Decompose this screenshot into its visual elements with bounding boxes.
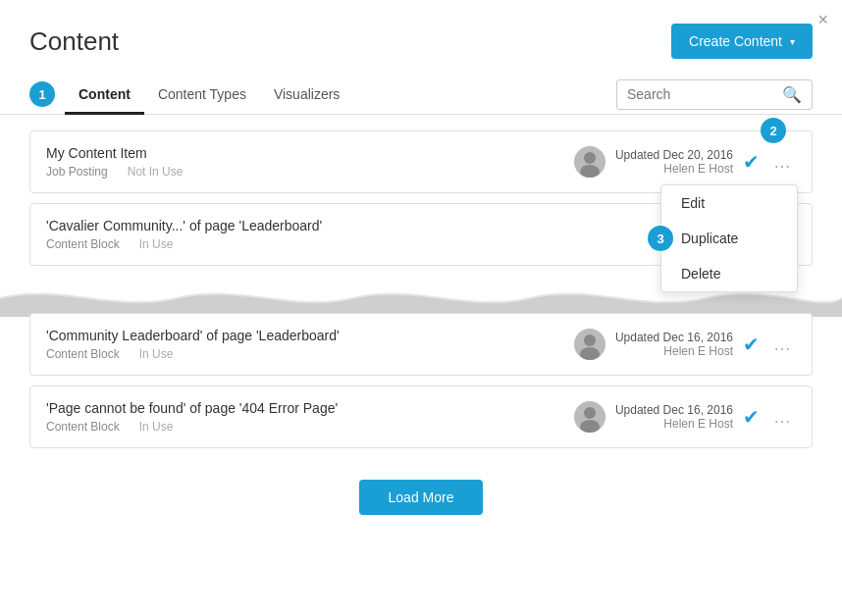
item-type: Content Block	[46, 237, 120, 251]
item-type: Content Block	[46, 420, 120, 434]
edit-menu-item[interactable]: Edit	[661, 185, 797, 221]
item-type: Job Posting	[46, 165, 108, 179]
item-status: In Use	[139, 237, 174, 251]
updated-date: Updated Dec 16, 2016	[615, 331, 733, 344]
item-status: In Use	[139, 420, 174, 434]
item-right: Updated Dec 20, 2016 Helen E Host ✔ …	[574, 146, 796, 178]
list-item: 'Community Leaderboard' of page 'Leaderb…	[29, 313, 813, 376]
item-info: My Content Item Job Posting Not In Use	[46, 145, 574, 179]
page-title: Content	[29, 26, 119, 57]
delete-menu-item[interactable]: Delete	[661, 256, 797, 291]
create-content-button[interactable]: Create Content ▾	[671, 24, 813, 59]
avatar	[574, 329, 605, 360]
item-status: Not In Use	[128, 165, 184, 179]
item-meta: Content Block In Use	[46, 420, 574, 434]
updated-date: Updated Dec 16, 2016	[615, 403, 733, 417]
item-title: 'Cavalier Community...' of page 'Leaderb…	[46, 218, 723, 233]
item-right: Updated Dec 16, 2016 Helen E Host ✔ …	[574, 401, 796, 433]
load-more-button[interactable]: Load More	[359, 480, 484, 515]
avatar	[574, 401, 605, 433]
item-info: 'Page cannot be found' of page '404 Erro…	[46, 400, 574, 434]
list-item: 'Page cannot be found' of page '404 Erro…	[29, 385, 813, 448]
check-icon: ✔	[743, 150, 760, 174]
search-wrapper[interactable]: 🔍	[616, 79, 813, 110]
step-badge-3: 3	[648, 226, 673, 251]
step-badge-2: 2	[761, 118, 786, 143]
tabs-row: 1 Content Content Types Visualizers 🔍	[0, 75, 842, 115]
more-options-button[interactable]: …	[769, 150, 796, 175]
check-icon: ✔	[743, 405, 760, 429]
load-more-row: Load More	[0, 464, 842, 531]
svg-point-10	[584, 407, 596, 419]
chevron-down-icon: ▾	[790, 36, 795, 47]
item-right: Updated Dec 16, 2016 Helen E Host ✔ …	[574, 329, 796, 360]
search-icon: 🔍	[782, 85, 802, 104]
item-update-info: Updated Dec 16, 2016 Helen E Host	[615, 403, 733, 431]
tab-content-types[interactable]: Content Types	[144, 75, 260, 114]
item-type: Content Block	[46, 347, 120, 361]
item-title: 'Page cannot be found' of page '404 Erro…	[46, 400, 574, 416]
updated-date: Updated Dec 20, 2016	[615, 148, 733, 162]
item-meta: Content Block In Use	[46, 237, 723, 251]
duplicate-menu-item[interactable]: Duplicate	[661, 221, 797, 256]
content-list: My Content Item Job Posting Not In Use U…	[0, 115, 842, 282]
close-icon[interactable]: ×	[817, 10, 828, 30]
more-options-button[interactable]: …	[769, 333, 796, 357]
search-input[interactable]	[627, 86, 782, 102]
updated-by: Helen E Host	[615, 344, 733, 358]
dropdown-menu: 3 Edit Duplicate Delete	[660, 184, 798, 292]
item-title: My Content Item	[46, 145, 574, 161]
svg-point-1	[584, 152, 596, 164]
svg-point-7	[584, 334, 596, 346]
create-content-label: Create Content	[689, 33, 782, 49]
item-meta: Content Block In Use	[46, 347, 574, 361]
updated-by: Helen E Host	[615, 417, 733, 431]
item-update-info: Updated Dec 20, 2016 Helen E Host	[615, 148, 733, 176]
check-icon: ✔	[743, 333, 760, 356]
item-info: 'Community Leaderboard' of page 'Leaderb…	[46, 328, 574, 361]
item-meta: Job Posting Not In Use	[46, 165, 574, 179]
item-status: In Use	[139, 347, 174, 361]
page-header: Content Create Content ▾	[0, 0, 842, 75]
step-badge-1: 1	[29, 81, 55, 107]
avatar	[574, 146, 605, 178]
more-options-button[interactable]: …	[769, 405, 796, 430]
tab-visualizers[interactable]: Visualizers	[260, 75, 353, 114]
tab-content[interactable]: Content	[65, 75, 144, 114]
updated-by: Helen E Host	[615, 162, 733, 176]
item-title: 'Community Leaderboard' of page 'Leaderb…	[46, 328, 574, 343]
item-update-info: Updated Dec 16, 2016 Helen E Host	[615, 331, 733, 358]
content-list-lower: 'Community Leaderboard' of page 'Leaderb…	[0, 313, 842, 464]
item-info: 'Cavalier Community...' of page 'Leaderb…	[46, 218, 723, 251]
list-item: My Content Item Job Posting Not In Use U…	[29, 130, 813, 193]
